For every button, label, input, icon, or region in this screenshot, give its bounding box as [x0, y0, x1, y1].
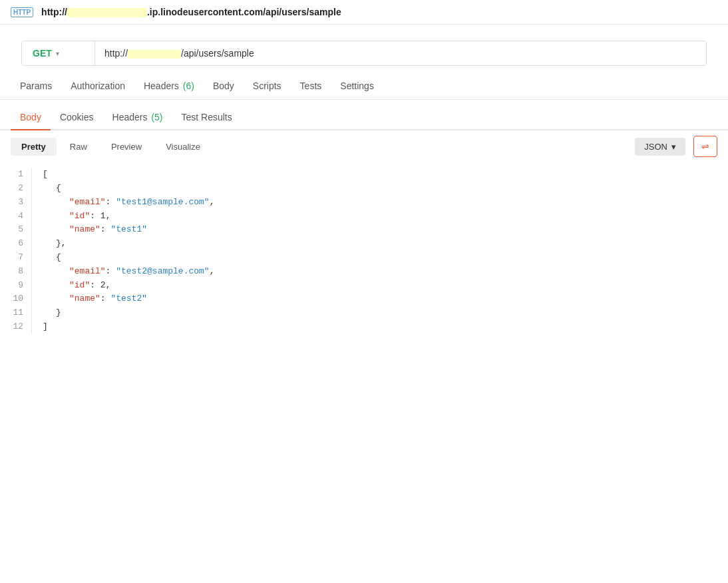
- code-line-3: "email": "test1@sample.com",: [43, 196, 717, 210]
- format-pretty-button[interactable]: Pretty: [11, 138, 57, 156]
- http-badge: HTTP: [11, 7, 33, 17]
- line-num-3: 3: [8, 196, 23, 210]
- format-visualize-button[interactable]: Visualize: [155, 138, 211, 156]
- code-line-6: },: [43, 237, 717, 251]
- code-line-11: }: [43, 306, 717, 320]
- line-num-7: 7: [8, 251, 23, 265]
- code-line-8: "email": "test2@sample.com",: [43, 265, 717, 279]
- tab-headers[interactable]: Headers (6): [134, 74, 204, 99]
- code-line-2: {: [43, 182, 717, 196]
- code-line-10: "name": "test2": [43, 292, 717, 306]
- wrap-button[interactable]: ⇌: [693, 136, 717, 157]
- tab-settings[interactable]: Settings: [331, 74, 383, 99]
- code-line-1: [: [43, 168, 717, 182]
- line-num-11: 11: [8, 306, 23, 320]
- line-num-9: 9: [8, 279, 23, 293]
- line-num-8: 8: [8, 265, 23, 279]
- method-label: GET: [33, 48, 52, 59]
- response-tabs: Body Cookies Headers (5) Test Results: [0, 105, 728, 130]
- tab-scripts[interactable]: Scripts: [244, 74, 291, 99]
- line-num-6: 6: [8, 237, 23, 251]
- code-line-4: "id": 1,: [43, 210, 717, 224]
- code-line-7: {: [43, 251, 717, 265]
- request-bar: GET ▾ http:///api/users/sample: [21, 41, 707, 66]
- http-icon: HTTP: [11, 7, 33, 17]
- tab-params[interactable]: Params: [11, 74, 61, 99]
- tab-body[interactable]: Body: [204, 74, 244, 99]
- wrap-icon: ⇌: [701, 141, 709, 152]
- request-tabs: Params Authorization Headers (6) Body Sc…: [0, 74, 728, 100]
- line-num-12: 12: [8, 320, 23, 334]
- json-chevron-icon: ▾: [671, 142, 676, 152]
- chevron-down-icon: ▾: [56, 50, 59, 57]
- response-tab-cookies[interactable]: Cookies: [51, 105, 103, 130]
- format-bar: Pretty Raw Preview Visualize JSON ▾ ⇌: [0, 130, 728, 162]
- code-area: 1 2 3 4 5 6 7 8 9 10 11 12 [ { "email": …: [0, 162, 728, 339]
- format-raw-button[interactable]: Raw: [59, 138, 98, 156]
- tab-tests[interactable]: Tests: [291, 74, 331, 99]
- code-line-9: "id": 2,: [43, 279, 717, 293]
- line-num-4: 4: [8, 210, 23, 224]
- line-num-5: 5: [8, 223, 23, 237]
- method-select[interactable]: GET ▾: [22, 41, 95, 65]
- response-tab-headers[interactable]: Headers (5): [103, 105, 172, 130]
- code-line-5: "name": "test1": [43, 223, 717, 237]
- line-numbers: 1 2 3 4 5 6 7 8 9 10 11 12: [0, 168, 32, 334]
- response-tab-body[interactable]: Body: [11, 105, 51, 130]
- json-format-select[interactable]: JSON ▾: [635, 138, 685, 156]
- json-format-label: JSON: [644, 142, 667, 152]
- code-content: [ { "email": "test1@sample.com", "id": 1…: [32, 168, 728, 334]
- format-preview-button[interactable]: Preview: [100, 138, 152, 156]
- response-tab-test-results[interactable]: Test Results: [172, 105, 241, 130]
- line-num-2: 2: [8, 182, 23, 196]
- code-line-12: ]: [43, 320, 717, 334]
- line-num-1: 1: [8, 168, 23, 182]
- address-url: http://.ip.linodeusercontent.com/api/use…: [41, 7, 341, 17]
- url-field[interactable]: http:///api/users/sample: [95, 41, 706, 65]
- line-num-10: 10: [8, 292, 23, 306]
- address-bar: HTTP http://.ip.linodeusercontent.com/ap…: [0, 0, 728, 25]
- tab-authorization[interactable]: Authorization: [61, 74, 134, 99]
